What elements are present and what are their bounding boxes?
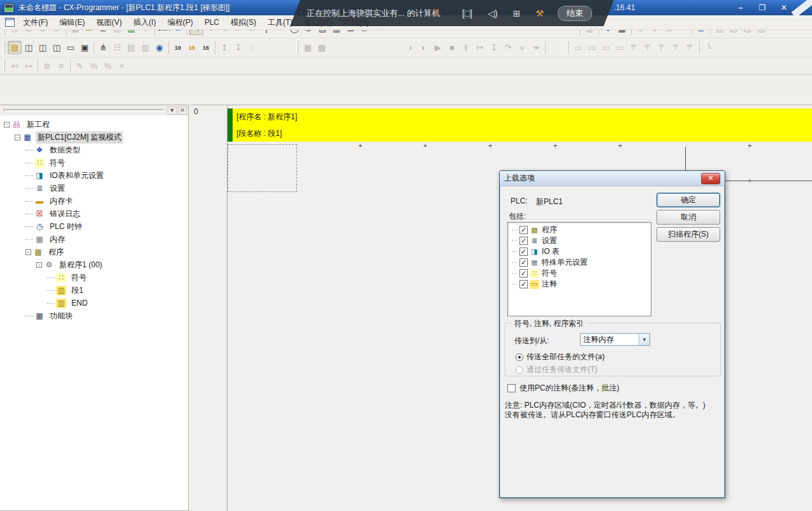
tree-item-label: 段1 <box>69 285 85 297</box>
expand-collapse-icon[interactable]: - <box>36 262 42 268</box>
note-line-1: 注意: PLC内存区域(CIO，定时器/计数器，数据内存，等。) <box>505 401 721 410</box>
toggle-output-window-icon[interactable]: ◫ <box>22 41 36 54</box>
tree-item-section-1[interactable]: ▥段1 <box>1 284 188 297</box>
workspace-grip[interactable] <box>4 109 164 112</box>
include-listbox[interactable]: ✓▩程序✓≣设置✓◨IO 表✓▦特殊单元设置✓∷符号✓▭注释 <box>507 222 651 316</box>
tree-item-new-program-1[interactable]: -⚙新程序1 (00) <box>1 258 188 271</box>
align-rung-list-icon: ≣ <box>40 59 54 73</box>
toggle-project-workspace-icon[interactable]: ▤ <box>8 41 22 54</box>
toolbar-grip[interactable] <box>296 41 298 54</box>
menu-item[interactable]: 编辑(E) <box>54 15 91 30</box>
fullscreen-icon[interactable]: [□] <box>462 9 472 18</box>
toolbar-grip[interactable] <box>567 41 569 54</box>
transfer-memory-value: 注释内存 <box>581 334 639 345</box>
dialog-title-bar[interactable]: 上载选项 ✕ <box>500 171 725 186</box>
toolbar-grip[interactable] <box>3 59 5 72</box>
toolbar-grip[interactable] <box>3 41 5 54</box>
tree-item-memory[interactable]: ▦内存 <box>1 233 188 246</box>
transfer-all-tasks-radio[interactable]: 传送全部任务的文件(a) <box>516 352 605 362</box>
tree-item-io-table[interactable]: ◨IO表和单元设置 <box>1 169 188 182</box>
toolbar-gap <box>329 47 403 48</box>
menu-item[interactable]: PLC <box>199 16 225 29</box>
checkbox-checked-icon[interactable]: ✓ <box>519 280 528 288</box>
include-item-settings[interactable]: ✓≣设置 <box>509 235 651 246</box>
expand-collapse-icon[interactable]: - <box>15 135 20 140</box>
tree-item-section-end[interactable]: ▥END <box>1 297 188 309</box>
tools-icon[interactable]: ⚒ <box>535 9 544 18</box>
new-window-icon[interactable]: ⊞ <box>513 9 521 18</box>
radio-selected-icon[interactable] <box>516 353 523 361</box>
include-item-symbols[interactable]: ✓∷符号 <box>509 268 651 279</box>
tree-item-plc-clock[interactable]: ◷PLC 时钟 <box>1 220 188 233</box>
dialog-close-button[interactable]: ✕ <box>701 173 720 184</box>
expand-collapse-icon[interactable]: - <box>4 122 10 128</box>
tree-connector <box>25 214 33 214</box>
toggle-address-reference-icon[interactable]: ▭ <box>64 41 78 54</box>
restore-button[interactable]: ❐ <box>755 2 770 13</box>
checkbox-checked-icon[interactable]: ✓ <box>519 258 528 267</box>
workspace-close-button[interactable]: ✕ <box>178 107 187 115</box>
show-properties-icon[interactable]: ▣ <box>78 41 92 54</box>
menu-item[interactable]: 模拟(S) <box>225 15 262 30</box>
edit-style-4-icon: × <box>115 59 129 73</box>
menu-item[interactable]: 文件(F) <box>17 15 54 30</box>
program-name-comment[interactable]: [程序名 : 新程序1] <box>236 112 297 122</box>
transfer-memory-select[interactable]: 注释内存 ▼ <box>580 333 650 346</box>
show-symbol-bar-icon[interactable]: ⋔ <box>96 41 110 54</box>
section-end-icon: ▥ <box>56 299 66 308</box>
menu-item[interactable]: 视图(V) <box>91 15 127 30</box>
plc-clock-icon: ◷ <box>34 222 45 232</box>
monitor-signed-decimal-icon[interactable]: 10 <box>185 41 199 54</box>
volume-icon[interactable]: ◁) <box>488 9 497 18</box>
toolbar-gap <box>259 47 295 48</box>
tree-item-plc[interactable]: -▦新PLC1[CJ2M] 监视模式 <box>1 131 188 144</box>
counter-refresh-icon: 〒 <box>683 41 697 54</box>
monitor-hex-icon[interactable]: 16 <box>199 41 213 54</box>
binary-monitor-icon[interactable]: ◉ <box>152 41 166 54</box>
checkbox-checked-icon[interactable]: ✓ <box>519 237 528 245</box>
tree-item-symbols[interactable]: ∷符号 <box>1 156 188 169</box>
tree-item-error-log[interactable]: ☒错误日志 <box>1 207 188 220</box>
menu-item[interactable]: 编程(P) <box>162 15 199 30</box>
include-item-program[interactable]: ✓▩程序 <box>509 225 651 235</box>
section-name-comment[interactable]: [段名称 : 段1] <box>236 128 297 139</box>
io-table-icon: ◨ <box>530 248 539 256</box>
rung-comment-band[interactable]: [程序名 : 新程序1] [段名称 : 段1] <box>228 108 812 142</box>
checkbox-unchecked-icon[interactable]: ✓ <box>507 384 516 392</box>
ok-button[interactable]: 确定 <box>656 193 720 207</box>
tree-item-label: 新程序1 (00) <box>57 259 104 271</box>
end-remote-session-button[interactable]: 结束 <box>558 6 592 21</box>
checkbox-checked-icon[interactable]: ✓ <box>519 248 528 256</box>
remote-overlay-icons: [□]◁)⊞⚒ <box>462 9 544 18</box>
tree-item-program-symbols[interactable]: ∷符号 <box>1 271 188 284</box>
tree-item-project[interactable]: -品新工程 <box>1 118 188 131</box>
include-item-special-unit-setup[interactable]: ✓▦特殊单元设置 <box>509 257 651 268</box>
minimize-button[interactable]: – <box>733 2 748 13</box>
workspace-dropdown-button[interactable]: ▼ <box>168 107 177 115</box>
tree-item-memory-card[interactable]: ▬内存卡 <box>1 195 188 207</box>
tree-item-settings[interactable]: ≣设置 <box>1 182 188 195</box>
scan-program-button[interactable]: 扫描程序(S) <box>656 227 720 242</box>
use-pc-comments-checkbox[interactable]: ✓ 使用PC的注释(条注释，批注) <box>507 383 620 394</box>
include-item-io-table[interactable]: ✓◨IO 表 <box>509 246 651 257</box>
toggle-cross-reference-icon[interactable]: ◫ <box>50 41 64 54</box>
tree-item-programs[interactable]: -▩程序 <box>1 246 188 258</box>
tree-item-data-types[interactable]: ❖数据类型 <box>1 144 188 156</box>
checkbox-checked-icon[interactable]: ✓ <box>519 226 528 234</box>
include-item-comments[interactable]: ✓▭注释 <box>509 279 651 290</box>
show-io-comment-icon: ☷ <box>110 41 124 54</box>
close-button[interactable]: ✕ <box>776 2 792 13</box>
monitor-decimal-icon[interactable]: 10 <box>171 41 185 54</box>
expand-collapse-icon[interactable]: - <box>25 249 31 255</box>
tree-connector <box>512 230 518 230</box>
toggle-watch-window-icon[interactable]: ◫ <box>36 41 50 54</box>
ladder-cursor-cell[interactable] <box>228 144 297 192</box>
tree-item-function-blocks[interactable]: ▦功能块 <box>1 309 188 322</box>
note-line-2: 没有被传送。请从PLC内存窗口传送PLC内存区域。 <box>505 410 721 420</box>
cancel-button[interactable]: 取消 <box>656 210 720 225</box>
section-1-icon: ▥ <box>56 286 66 295</box>
menu-item[interactable]: 插入(I) <box>127 15 161 30</box>
sim-run-to-break-icon: ↠ <box>529 41 543 54</box>
chevron-down-icon[interactable]: ▼ <box>639 334 649 345</box>
checkbox-checked-icon[interactable]: ✓ <box>519 269 528 278</box>
